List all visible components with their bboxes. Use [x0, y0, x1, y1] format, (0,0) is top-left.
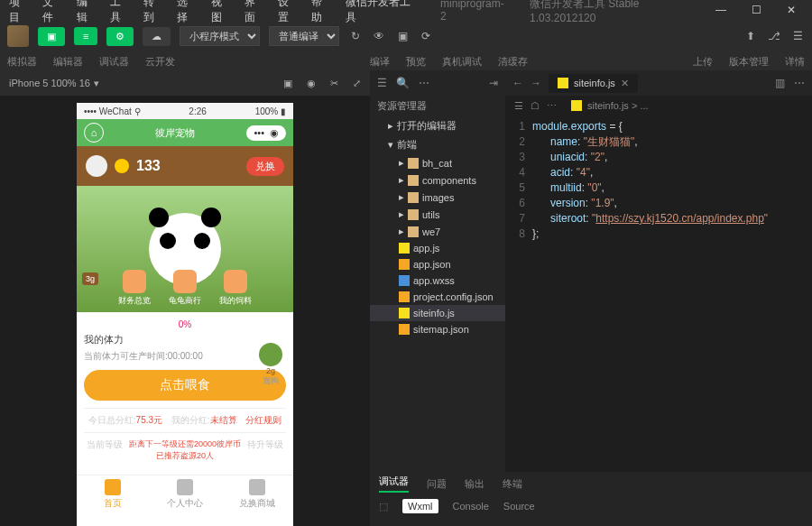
- more-editor-icon[interactable]: ⋯: [794, 77, 805, 89]
- next-icon[interactable]: →: [531, 77, 541, 89]
- physical-label: 我的体力: [84, 333, 286, 346]
- folder-utils[interactable]: ▸ utils: [370, 206, 505, 223]
- cut-icon[interactable]: ✂: [330, 78, 338, 89]
- folder-bh-cat[interactable]: ▸ bh_cat: [370, 154, 505, 171]
- shop-button[interactable]: 龟龟商行: [169, 270, 201, 307]
- record-icon[interactable]: ◉: [307, 78, 316, 89]
- file-app-js[interactable]: app.js: [370, 240, 505, 256]
- simulator-toggle[interactable]: ▣: [38, 27, 65, 46]
- close-tab-icon[interactable]: ✕: [621, 78, 629, 89]
- tab-mall[interactable]: 兑换商城: [221, 475, 293, 512]
- list-icon[interactable]: ☰: [514, 100, 523, 112]
- dbg-tab-debugger[interactable]: 调试器: [379, 475, 409, 493]
- collapse-icon[interactable]: ⇥: [489, 77, 498, 89]
- breadcrumb[interactable]: siteinfo.js > ...: [587, 100, 649, 111]
- feed-main-button[interactable]: 点击喂食: [84, 370, 286, 401]
- menu-project[interactable]: 项目: [4, 0, 35, 27]
- mode-select[interactable]: 小程序模式: [180, 26, 260, 46]
- menu-view[interactable]: 视图: [206, 0, 237, 27]
- subtab-version[interactable]: 版本管理: [729, 55, 769, 69]
- file-sitemap-json[interactable]: sitemap.json: [370, 321, 505, 337]
- subtab-remote[interactable]: 真机调试: [442, 55, 482, 69]
- menu-help[interactable]: 帮助: [306, 0, 337, 27]
- dbg-tab-terminal[interactable]: 终端: [503, 477, 522, 491]
- menu-file[interactable]: 文件: [37, 0, 69, 27]
- menu-tools[interactable]: 工具: [105, 0, 136, 27]
- dbg-tab-output[interactable]: 输出: [465, 477, 484, 491]
- user-avatar[interactable]: [7, 25, 29, 47]
- expand-icon[interactable]: ⤢: [353, 78, 361, 89]
- device-label[interactable]: iPhone 5 100% 16: [9, 78, 90, 88]
- subtab-debugger[interactable]: 调试器: [99, 55, 129, 69]
- debugger-toggle[interactable]: ⚙: [106, 27, 134, 46]
- compile-select[interactable]: 普通编译: [269, 26, 339, 46]
- open-editors-section[interactable]: ▸ 打开的编辑器: [370, 116, 505, 135]
- subtab-upload[interactable]: 上传: [693, 55, 713, 69]
- subtab-editor[interactable]: 编辑器: [53, 55, 83, 69]
- carrier-label: •••• WeChat ⚲: [84, 106, 141, 116]
- battery-label: 100% ▮: [255, 106, 286, 116]
- food-tag: 2g: [259, 366, 282, 375]
- menu-select[interactable]: 选择: [171, 0, 203, 27]
- root-folder[interactable]: ▾ 前端: [370, 135, 505, 154]
- subtab-compile[interactable]: 编译: [370, 55, 390, 69]
- rotate-icon[interactable]: ▣: [283, 78, 292, 89]
- file-app-wxss[interactable]: app.wxss: [370, 272, 505, 289]
- upload-icon[interactable]: ⬆: [743, 29, 758, 43]
- editor-tab-siteinfo[interactable]: siteinfo.js ✕: [549, 74, 638, 93]
- subtab-preview[interactable]: 预览: [406, 55, 426, 69]
- dbg-sub-console[interactable]: Console: [453, 501, 489, 512]
- folder-images[interactable]: ▸ images: [370, 189, 505, 206]
- subtab-simulator[interactable]: 模拟器: [7, 55, 37, 69]
- prev-icon[interactable]: ←: [512, 77, 523, 89]
- exchange-button[interactable]: 兑换: [246, 157, 284, 176]
- window-title: 微信开发者工具 Stable 1.03.2012120: [524, 0, 708, 26]
- search-icon[interactable]: 🔍: [396, 77, 410, 89]
- menu-ui[interactable]: 界面: [239, 0, 271, 27]
- project-name: miniprogram-2: [435, 0, 513, 24]
- split-icon[interactable]: ▥: [775, 77, 785, 89]
- user-avatar-small[interactable]: [86, 155, 107, 177]
- cloud-toggle[interactable]: ☁: [143, 27, 171, 46]
- clock: 2:26: [189, 106, 206, 116]
- maximize-icon[interactable]: ☐: [746, 2, 767, 18]
- dbg-tab-problems[interactable]: 问题: [427, 477, 447, 491]
- menu-settings[interactable]: 设置: [272, 0, 304, 27]
- more-crumb-icon[interactable]: ⋯: [547, 100, 557, 112]
- dbg-sub-wxml[interactable]: Wxml: [402, 499, 438, 513]
- more-icon[interactable]: ⋯: [419, 77, 429, 89]
- home-icon[interactable]: ⌂: [84, 123, 104, 143]
- dbg-sub-source[interactable]: Source: [503, 501, 535, 512]
- explorer-menu-icon[interactable]: ☰: [377, 77, 387, 89]
- folder-components[interactable]: ▸ components: [370, 171, 505, 189]
- tab-profile[interactable]: 个人中心: [149, 475, 221, 512]
- file-app-json[interactable]: app.json: [370, 256, 505, 272]
- feed-button[interactable]: 我的饲料: [219, 270, 252, 307]
- tab-home[interactable]: 首页: [77, 475, 149, 512]
- remote-debug-icon[interactable]: ▣: [395, 29, 410, 43]
- bookmark-icon[interactable]: ☖: [531, 100, 540, 112]
- minimize-icon[interactable]: ―: [710, 2, 732, 18]
- close-icon[interactable]: ✕: [781, 2, 801, 18]
- version-icon[interactable]: ⎇: [767, 29, 781, 43]
- folder-we7[interactable]: ▸ we7: [370, 223, 505, 240]
- menu-edit[interactable]: 编辑: [71, 0, 103, 27]
- inspect-icon[interactable]: ⬚: [379, 501, 388, 512]
- subtab-cache[interactable]: 清缓存: [498, 55, 528, 69]
- menu-goto[interactable]: 转到: [138, 0, 170, 27]
- file-siteinfo-js[interactable]: siteinfo.js: [370, 305, 505, 321]
- preview-icon[interactable]: 👁: [372, 29, 386, 43]
- finance-button[interactable]: 财务总览: [118, 270, 151, 307]
- file-project-config[interactable]: project.config.json: [370, 289, 505, 305]
- subtab-cloud[interactable]: 云开发: [145, 55, 175, 69]
- details-icon[interactable]: ☰: [790, 29, 805, 43]
- compile-icon[interactable]: ↻: [348, 29, 363, 43]
- rules-link[interactable]: 分红规则: [245, 414, 281, 427]
- menu-wechat-devtools[interactable]: 微信开发者工具: [340, 0, 424, 27]
- editor-toggle[interactable]: ≡: [74, 27, 97, 45]
- chevron-down-icon[interactable]: ▾: [94, 78, 99, 89]
- subtab-details[interactable]: 详情: [785, 55, 805, 69]
- code-editor[interactable]: 1module.exports = { 2name: "生财猫猫", 3unia…: [505, 115, 812, 526]
- capsule-button[interactable]: •••◉: [246, 125, 286, 141]
- clear-cache-icon[interactable]: ⟳: [419, 29, 433, 43]
